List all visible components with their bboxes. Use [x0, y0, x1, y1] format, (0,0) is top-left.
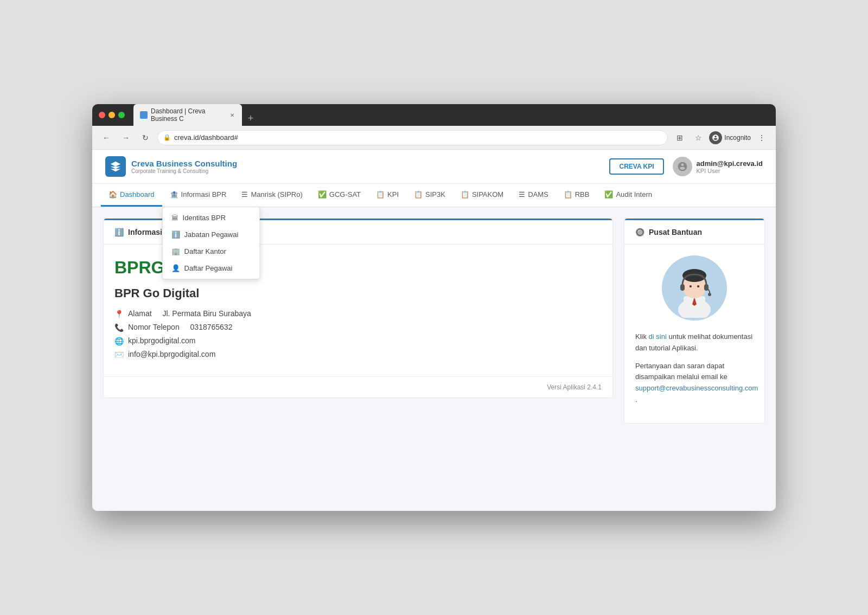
user-info: admin@kpi.creva.id KPI User: [673, 157, 763, 176]
nav-label-kpi: KPI: [387, 190, 399, 198]
minimize-window-button[interactable]: [108, 112, 115, 118]
info-icon: ℹ️: [114, 228, 124, 236]
browser-titlebar: Dashboard | Creva Business C ✕ +: [92, 104, 776, 126]
bantuan-text-1: Klik di sini untuk melihat dokumentasi d…: [635, 331, 754, 354]
location-icon: 📍: [114, 310, 124, 318]
support-illustration: [667, 258, 722, 318]
nav-item-kpi[interactable]: 📋 KPI: [368, 184, 406, 207]
nav-label-audit-intern: Audit Intern: [616, 190, 652, 198]
tab-title: Dashboard | Creva Business C: [151, 107, 226, 123]
refresh-button[interactable]: ↻: [138, 130, 153, 145]
nav-item-dams[interactable]: ☰ DAMS: [511, 184, 556, 207]
nav-item-audit-intern[interactable]: ✅ Audit Intern: [597, 184, 660, 207]
phone-value: 0318765632: [190, 323, 233, 331]
translate-icon-button[interactable]: ⊞: [672, 130, 687, 145]
email-icon: ✉️: [114, 350, 124, 359]
active-tab[interactable]: Dashboard | Creva Business C ✕: [133, 104, 242, 126]
nav-item-informasi-bpr[interactable]: 🏦 Informasi BPR: [162, 184, 234, 207]
informasi-bpr-icon: 🏦: [170, 190, 178, 198]
bantuan-card: 🔘 Pusat Bantuan: [624, 218, 765, 424]
header-right: CREVA KPI admin@kpi.creva.id KPI User: [609, 157, 763, 176]
bpr-address-row: 📍 Alamat Jl. Permata Biru Surabaya: [114, 309, 602, 318]
new-tab-button[interactable]: +: [243, 111, 258, 126]
bantuan-link[interactable]: di sini: [649, 332, 669, 341]
user-details: admin@kpi.creva.id KPI User: [697, 159, 763, 174]
svg-point-9: [708, 293, 711, 296]
bantuan-text-2: Pertanyaan dan saran dapat disampaikan m…: [635, 361, 754, 406]
user-role: KPI User: [697, 168, 763, 174]
company-name: Creva Business Consulting: [131, 159, 237, 168]
dropdown-item-identitas-bpr[interactable]: 🏛 Identitas BPR: [163, 209, 259, 226]
dropdown-label-daftar-pegawai: Daftar Pegawai: [184, 264, 233, 272]
nav-label-sip3k: SIP3K: [425, 190, 445, 198]
phone-label: Nomor Telepon: [128, 323, 180, 331]
svg-point-6: [697, 285, 699, 287]
nav-label-manrisk: Manrisk (SIPRo): [251, 190, 302, 198]
svg-point-4: [682, 269, 706, 282]
identitas-icon: 🏛: [171, 214, 178, 222]
card-footer: Versi Aplikasi 2.4.1: [104, 376, 612, 398]
dropdown-label-jabatan-pegawai: Jabatan Pegawai: [184, 230, 239, 239]
dropdown-label-daftar-kantor: Daftar Kantor: [184, 247, 226, 255]
bookmark-icon-button[interactable]: ☆: [691, 130, 706, 145]
dashboard-icon: 🏠: [108, 190, 117, 198]
nav-item-dashboard[interactable]: 🏠 Dashboard: [101, 184, 162, 207]
user-avatar: [673, 157, 692, 176]
nav-label-informasi-bpr: Informasi BPR: [181, 190, 227, 198]
nav-label-gcg-sat: GCG-SAT: [329, 190, 361, 198]
tab-close-button[interactable]: ✕: [229, 111, 235, 119]
creva-kpi-button[interactable]: CREVA KPI: [609, 158, 663, 175]
support-email-link[interactable]: support@crevabusinessconsulting.com: [635, 384, 758, 392]
dropdown-item-jabatan-pegawai[interactable]: ℹ️ Jabatan Pegawai: [163, 226, 259, 243]
informasi-bpr-container: 🏦 Informasi BPR 🏛 Identitas BPR ℹ️ Jabat…: [162, 184, 234, 207]
informasi-bpr-dropdown: 🏛 Identitas BPR ℹ️ Jabatan Pegawai 🏢 Daf…: [162, 207, 260, 279]
sipakom-icon: 📋: [461, 190, 469, 198]
lock-icon: 🔒: [163, 134, 171, 141]
nav-label-dashboard: Dashboard: [120, 190, 155, 198]
traffic-lights: [99, 112, 125, 118]
bantuan-icon: 🔘: [635, 228, 644, 236]
incognito-menu[interactable]: Incognito: [709, 131, 751, 144]
nav-item-sipakom[interactable]: 📋 SIPAKOM: [453, 184, 511, 207]
forward-button[interactable]: →: [118, 130, 133, 145]
maximize-window-button[interactable]: [118, 112, 125, 118]
dropdown-item-daftar-pegawai[interactable]: 👤 Daftar Pegawai: [163, 260, 259, 277]
browser-toolbar: ← → ↻ 🔒 creva.id/dashboard# ⊞ ☆ Incognit…: [92, 126, 776, 150]
svg-point-5: [690, 285, 692, 287]
nav-label-sipakom: SIPAKOM: [472, 190, 503, 198]
nav-item-manrisk[interactable]: ☰ Manrisk (SIPRo): [234, 184, 310, 207]
user-email: admin@kpi.creva.id: [697, 159, 763, 168]
toolbar-actions: ⊞ ☆ Incognito ⋮: [672, 130, 769, 145]
bantuan-period: .: [635, 395, 637, 403]
back-button[interactable]: ←: [99, 130, 114, 145]
version-text: Versi Aplikasi 2.4.1: [547, 383, 602, 391]
jabatan-icon: ℹ️: [171, 230, 180, 239]
browser-tabs: Dashboard | Creva Business C ✕ +: [133, 104, 769, 126]
bantuan-contact-text: Pertanyaan dan saran dapat disampaikan m…: [635, 362, 727, 381]
nav-item-sip3k[interactable]: 📋 SIP3K: [406, 184, 453, 207]
nav-label-dams: DAMS: [528, 190, 548, 198]
side-panel: 🔘 Pusat Bantuan: [624, 218, 765, 500]
address-bar[interactable]: 🔒 creva.id/dashboard#: [157, 130, 668, 145]
dams-icon: ☰: [519, 190, 525, 198]
dropdown-item-daftar-kantor[interactable]: 🏢 Daftar Kantor: [163, 243, 259, 260]
email-value: info@kpi.bprgodigital.com: [128, 350, 215, 358]
close-window-button[interactable]: [99, 112, 105, 118]
bantuan-header: 🔘 Pusat Bantuan: [624, 219, 764, 245]
browser-window: Dashboard | Creva Business C ✕ + ← → ↻ 🔒…: [92, 104, 776, 511]
nav-label-rbb: RBB: [575, 190, 590, 198]
bpr-title: BPR Go Digital: [114, 286, 602, 300]
svg-rect-7: [680, 284, 685, 291]
dropdown-label-identitas-bpr: Identitas BPR: [183, 214, 226, 222]
nav-item-gcg-sat[interactable]: ✅ GCG-SAT: [310, 184, 368, 207]
logo-text: Creva Business Consulting Corporate Trai…: [131, 159, 237, 174]
globe-icon: 🌐: [114, 337, 124, 345]
bpr-phone-row: 📞 Nomor Telepon 0318765632: [114, 323, 602, 332]
card-header-title: Informasi: [128, 228, 162, 236]
url-text: creva.id/dashboard#: [174, 133, 238, 142]
nav-item-rbb[interactable]: 📋 RBB: [556, 184, 597, 207]
pegawai-icon: 👤: [171, 264, 180, 272]
kpi-icon: 📋: [376, 190, 385, 198]
support-avatar: [662, 255, 727, 321]
menu-button[interactable]: ⋮: [754, 130, 769, 145]
